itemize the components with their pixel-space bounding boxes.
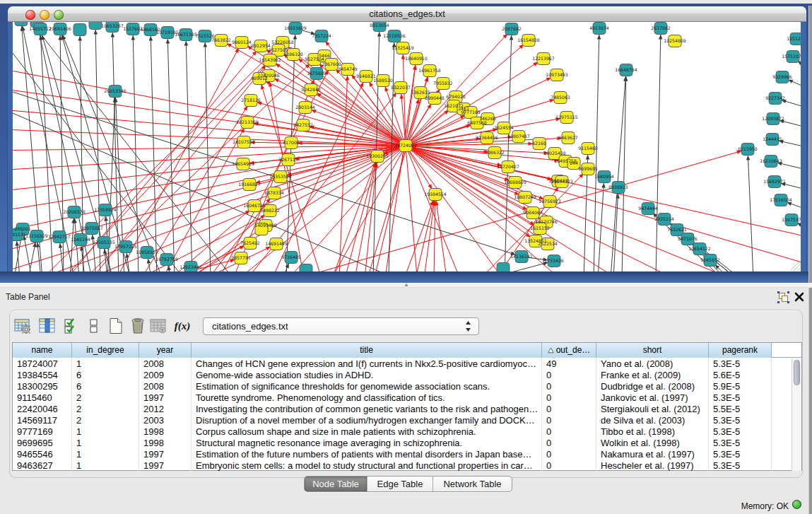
- cell-pagerank: 5.3E-5: [709, 392, 772, 404]
- graph-node-label: 10025438: [543, 151, 566, 156]
- graph-node-label: 1733426: [544, 258, 564, 263]
- graph-node-label: 16033809: [284, 25, 307, 30]
- graph-node-label: 417006: [283, 140, 300, 145]
- column-header-in_degree[interactable]: in_degree: [72, 343, 139, 358]
- graph-edge-black[interactable]: [167, 39, 175, 271]
- cell-year: 2008: [139, 381, 192, 392]
- split-grip-icon[interactable]: ▲: [402, 283, 411, 288]
- graph-node-label: 11325419: [392, 45, 414, 50]
- table-row[interactable]: 946554611997Estimation of the future num…: [13, 449, 792, 460]
- graph-edge-black[interactable]: [622, 76, 626, 271]
- column-header-pagerank[interactable]: pagerank: [709, 343, 772, 358]
- graph-node-label: 16671385: [175, 32, 197, 37]
- cell-in_degree: 2: [72, 392, 139, 404]
- column-header-short[interactable]: short: [596, 343, 709, 358]
- window-titlebar[interactable]: citations_edges.txt: [8, 6, 806, 22]
- cell-short: Hescheler et al. (1997): [596, 460, 709, 471]
- column-header-name[interactable]: name: [13, 343, 72, 358]
- graph-edge-red[interactable]: [416, 201, 434, 271]
- graph-edge-black[interactable]: [656, 35, 661, 271]
- graph-edge-red[interactable]: [406, 146, 801, 271]
- graph-edge-red[interactable]: [365, 146, 406, 271]
- graph-node[interactable]: [73, 24, 86, 36]
- cell-in_degree: 1: [72, 438, 139, 449]
- table-row[interactable]: 2242004622012Investigating the contribut…: [13, 404, 792, 415]
- cell-short: Franke et al. (2009): [596, 370, 709, 381]
- column-header-year[interactable]: year: [139, 343, 192, 358]
- graph-edge-red[interactable]: [332, 162, 375, 271]
- graph-edge-red[interactable]: [367, 77, 428, 271]
- graph-edge-black[interactable]: [598, 183, 604, 271]
- graph-node[interactable]: [497, 263, 510, 272]
- import-table-icon[interactable]: [150, 317, 167, 334]
- table-row[interactable]: 1938455462009Genome-wide association stu…: [13, 370, 792, 381]
- scrollbar-thumb[interactable]: [794, 360, 800, 385]
- graph-edge-black[interactable]: [594, 35, 599, 271]
- table-row[interactable]: 969969511998Structural magnetic resonanc…: [13, 438, 792, 449]
- edge-arrowhead-icon: [659, 35, 663, 40]
- table-settings-icon[interactable]: [14, 317, 31, 334]
- table-row[interactable]: 1456911722003Disruption of a novel membe…: [13, 415, 792, 426]
- graph-edge-red[interactable]: [404, 200, 433, 271]
- cell-year: 2012: [139, 404, 192, 415]
- cell-name: 18300295: [13, 381, 72, 392]
- table-row[interactable]: 1830029562008Estimation of significance …: [13, 381, 792, 392]
- table-row[interactable]: 977716911998Corpus callosum shape and si…: [13, 426, 792, 438]
- graph-node[interactable]: [300, 264, 312, 272]
- graph-node-label: 53226058: [271, 40, 294, 45]
- new-table-icon[interactable]: [107, 317, 124, 334]
- cell-pagerank: 5.3E-5: [709, 438, 772, 449]
- graph-edge-black[interactable]: [133, 35, 139, 271]
- delete-table-icon[interactable]: [129, 317, 146, 334]
- cell-title: Changes of HCN gene expression and I(f) …: [192, 358, 542, 370]
- select-rows-icon[interactable]: [64, 317, 81, 334]
- table-body: 1872400712008Changes of HCN gene express…: [13, 358, 792, 471]
- table-selector-dropdown[interactable]: citations_edges.txt: [203, 317, 479, 335]
- table-row[interactable]: 946362711997Embryonic stem cells: a mode…: [13, 460, 792, 471]
- tab-node-table[interactable]: Node Table: [305, 477, 367, 491]
- graph-edge-black[interactable]: [205, 42, 211, 271]
- tab-network-table[interactable]: Network Table: [433, 477, 512, 491]
- memory-ok-icon[interactable]: [792, 500, 801, 509]
- row-height-icon[interactable]: [86, 317, 102, 334]
- graph-node-label: 26053346: [104, 88, 126, 93]
- graph-node-label: 8912954: [251, 43, 271, 48]
- cell-title: Embryonic stem cells: a model to study s…: [192, 460, 542, 471]
- cell-in_degree: 1: [72, 358, 139, 370]
- close-panel-icon[interactable]: [794, 291, 805, 303]
- graph-node-label: 16120746: [535, 219, 558, 224]
- graph-node-label: 1151236: [787, 36, 801, 41]
- column-header-out_de[interactable]: out_de…: [542, 343, 596, 358]
- graph-node-label: 1362615: [411, 90, 430, 95]
- graph-edge-red[interactable]: [434, 201, 435, 271]
- graph-edge-red[interactable]: [339, 76, 348, 271]
- cell-year: 1997: [139, 449, 192, 460]
- table-row[interactable]: 911546021997Tourette syndrome. Phenomeno…: [13, 392, 792, 404]
- split-divider[interactable]: ▲: [0, 283, 812, 288]
- graph-node-label: 15751074: [782, 54, 801, 59]
- cell-name: 18724007: [13, 358, 72, 370]
- graph-node[interactable]: [89, 22, 102, 30]
- column-header-title[interactable]: title: [192, 343, 542, 358]
- graph-edge-red[interactable]: [13, 146, 406, 151]
- graph-edge-red[interactable]: [141, 106, 247, 271]
- network-canvas[interactable]: 1405571220691406106532871527602646616010…: [13, 22, 801, 271]
- graph-node-label: 7625402: [240, 240, 260, 245]
- graph-node-label: 8186328: [283, 52, 303, 57]
- vertical-scrollbar[interactable]: [792, 358, 801, 471]
- function-builder-icon[interactable]: f(x): [174, 317, 191, 334]
- cell-name: 9463627: [13, 460, 72, 471]
- graph-edge-black[interactable]: [70, 218, 73, 271]
- cell-pagerank: 5.3E-5: [709, 449, 772, 460]
- select-columns-icon[interactable]: [39, 317, 56, 334]
- graph-node-label: 12975115: [555, 115, 578, 119]
- table-row[interactable]: 1872400712008Changes of HCN gene express…: [13, 358, 792, 370]
- graph-edge-black[interactable]: [748, 156, 753, 271]
- graph-edge-black[interactable]: [112, 33, 119, 271]
- tab-edge-table[interactable]: Edge Table: [367, 477, 433, 491]
- cell-name: 9465546: [13, 449, 72, 460]
- cell-name: 9699695: [13, 438, 72, 449]
- graph-edge-red[interactable]: [406, 146, 801, 269]
- graph-node[interactable]: [15, 22, 28, 26]
- float-window-icon[interactable]: [777, 291, 789, 303]
